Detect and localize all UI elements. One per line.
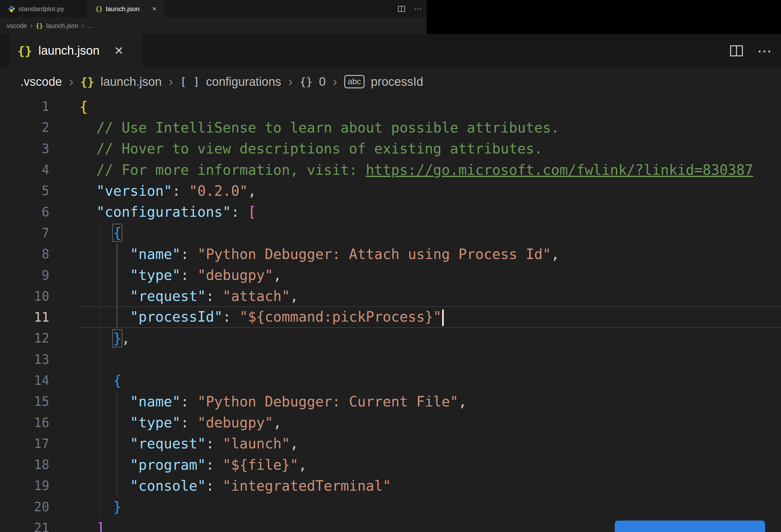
close-icon[interactable]: ✕ [114,44,124,57]
code-line-content[interactable]: // For more information, visit: https://… [79,162,753,178]
code-token: "Python Debugger: Attach using Process I… [197,246,551,262]
code-line[interactable]: 4 // For more information, visit: https:… [0,159,781,180]
line-number[interactable]: 19 [0,478,49,493]
code-token [79,372,113,389]
top-right-black-region [426,0,781,34]
line-number[interactable]: 14 [0,373,49,388]
code-line[interactable]: 17 "request": "launch", [0,433,781,454]
code-line-content[interactable]: "request": "launch", [79,436,298,452]
mini-tab-launch-json[interactable]: {} launch.json × [88,0,164,17]
code-line[interactable]: 15 "name": "Python Debugger: Current Fil… [0,391,781,412]
code-token: : [172,183,189,199]
chevron-right-icon: › [288,74,293,89]
json-braces-icon: {} [95,5,103,12]
code-line-content[interactable]: // Use IntelliSense to learn about possi… [79,120,560,136]
code-token [79,520,96,532]
line-number[interactable]: 2 [0,120,49,135]
code-line[interactable]: 6 "configurations": [ [0,201,781,222]
code-line[interactable]: 10 "request": "attach", [0,286,781,307]
breadcrumb-file[interactable]: launch.json [46,22,78,30]
code-line[interactable]: 18 "program": "${file}", [0,454,781,475]
code-line-content[interactable]: "name": "Python Debugger: Current File", [79,394,467,410]
symbol-object-icon: {} [300,75,313,88]
code-token: : [180,267,197,283]
code-line-content[interactable]: "request": "attach", [79,288,298,304]
tab-launch-json[interactable]: {} launch.json ✕ [10,34,142,67]
line-number[interactable]: 7 [0,226,49,240]
mini-tab-standardplot[interactable]: standardplot.py [0,0,88,17]
split-editor-icon[interactable] [397,5,406,12]
chevron-right-icon: › [169,74,173,89]
code-line[interactable]: 11 "processId": "${command:pickProcess}" [0,307,781,328]
line-number[interactable]: 3 [0,141,49,156]
code-editor[interactable]: 1{2 // Use IntelliSense to learn about p… [0,96,781,532]
code-line-content[interactable]: "name": "Python Debugger: Attach using P… [79,246,560,262]
code-line-content[interactable]: "program": "${file}", [79,457,307,473]
code-line-content[interactable]: "console": "integratedTerminal" [79,478,391,494]
code-line-content[interactable]: "type": "debugpy", [79,414,282,431]
split-editor-icon[interactable] [729,44,744,57]
line-number[interactable]: 21 [0,521,49,532]
more-actions-icon[interactable]: ⋯ [757,42,773,59]
breadcrumb-symbol-processid[interactable]: processId [371,75,423,89]
line-number[interactable]: 4 [0,162,49,177]
code-line[interactable]: 16 "type": "debugpy", [0,412,781,433]
line-number[interactable]: 11 [0,310,49,324]
breadcrumb-symbol-index[interactable]: 0 [319,75,326,89]
code-line[interactable]: 14 { [0,370,781,391]
code-line-content[interactable]: } [79,499,121,515]
code-token: "configurations" [96,204,231,220]
line-number[interactable]: 12 [0,331,49,345]
code-line[interactable]: 19 "console": "integratedTerminal" [0,475,781,496]
code-line-content[interactable]: }, [79,330,130,346]
line-number[interactable]: 20 [0,500,49,514]
code-line[interactable]: 7 { [0,222,781,243]
code-line[interactable]: 2 // Use IntelliSense to learn about pos… [0,117,781,138]
code-token [79,414,130,431]
line-number[interactable]: 9 [0,268,49,283]
code-line-content[interactable]: "version": "0.2.0", [79,183,256,199]
code-line[interactable]: 3 // Hover to view descriptions of exist… [0,138,781,159]
code-line-content[interactable]: ] [79,520,105,532]
code-token [79,288,130,304]
code-line-content[interactable]: { [79,225,121,241]
line-number[interactable]: 17 [0,436,49,451]
line-number[interactable]: 13 [0,352,49,367]
breadcrumb-folder[interactable]: .vscode [5,22,27,30]
code-line[interactable]: 1{ [0,96,781,117]
line-number[interactable]: 10 [0,289,49,303]
breadcrumb-folder[interactable]: .vscode [20,75,62,89]
code-line[interactable]: 5 "version": "0.2.0", [0,180,781,201]
editor-tab-bar: {} launch.json ✕ ⋯ [0,34,781,67]
breadcrumb-ellipsis[interactable]: … [87,22,93,30]
line-number[interactable]: 5 [0,183,49,198]
line-number[interactable]: 1 [0,99,49,114]
code-token: { [113,372,122,389]
code-line-content[interactable]: { [79,98,88,115]
code-line[interactable]: 8 "name": "Python Debugger: Attach using… [0,243,781,264]
more-actions-icon[interactable]: ⋯ [414,4,422,13]
code-line-content[interactable]: "processId": "${command:pickProcess}" [79,309,444,326]
line-number[interactable]: 8 [0,247,49,261]
code-token: "type" [130,267,180,283]
code-line-content[interactable]: "type": "debugpy", [79,267,282,283]
code-line[interactable]: 12 }, [0,328,781,349]
code-token: https://go.microsoft.com/fwlink/?linkid=… [366,162,753,178]
line-number[interactable]: 6 [0,205,49,219]
code-line[interactable]: 9 "type": "debugpy", [0,264,781,285]
code-line-content[interactable]: { [79,372,121,389]
close-icon[interactable]: × [152,5,156,13]
tab-label: launch.json [38,44,99,57]
code-token: { [113,225,122,241]
line-number[interactable]: 15 [0,394,49,409]
line-number[interactable]: 16 [0,415,49,430]
code-token [79,162,96,178]
line-number[interactable]: 18 [0,457,49,472]
code-line[interactable]: 20 } [0,496,781,518]
breadcrumb-symbol-configurations[interactable]: configurations [206,75,281,89]
code-line[interactable]: 13 [0,349,781,370]
code-line-content[interactable]: "configurations": [ [79,204,256,220]
code-line-content[interactable]: // Hover to view descriptions of existin… [79,140,543,157]
breadcrumb-file[interactable]: launch.json [100,75,162,89]
add-configuration-button[interactable] [615,521,765,532]
